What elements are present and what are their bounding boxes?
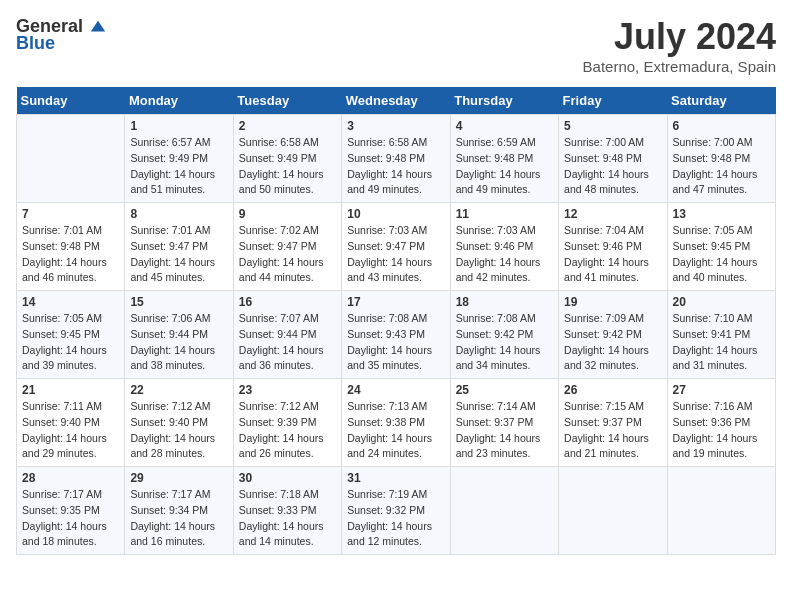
- calendar-cell: 3Sunrise: 6:58 AM Sunset: 9:48 PM Daylig…: [342, 115, 450, 203]
- calendar-cell: 31Sunrise: 7:19 AM Sunset: 9:32 PM Dayli…: [342, 467, 450, 555]
- day-number: 2: [239, 119, 336, 133]
- day-info: Sunrise: 6:58 AM Sunset: 9:49 PM Dayligh…: [239, 135, 336, 198]
- day-number: 6: [673, 119, 770, 133]
- day-info: Sunrise: 7:12 AM Sunset: 9:39 PM Dayligh…: [239, 399, 336, 462]
- day-number: 31: [347, 471, 444, 485]
- weekday-header: Sunday: [17, 87, 125, 115]
- calendar-cell: 28Sunrise: 7:17 AM Sunset: 9:35 PM Dayli…: [17, 467, 125, 555]
- day-number: 11: [456, 207, 553, 221]
- calendar-cell: [17, 115, 125, 203]
- calendar-cell: 4Sunrise: 6:59 AM Sunset: 9:48 PM Daylig…: [450, 115, 558, 203]
- day-info: Sunrise: 7:07 AM Sunset: 9:44 PM Dayligh…: [239, 311, 336, 374]
- day-info: Sunrise: 6:59 AM Sunset: 9:48 PM Dayligh…: [456, 135, 553, 198]
- title-block: July 2024 Baterno, Extremadura, Spain: [583, 16, 776, 75]
- day-number: 26: [564, 383, 661, 397]
- weekday-header: Friday: [559, 87, 667, 115]
- day-info: Sunrise: 7:08 AM Sunset: 9:42 PM Dayligh…: [456, 311, 553, 374]
- svg-marker-0: [90, 21, 104, 32]
- calendar-body: 1Sunrise: 6:57 AM Sunset: 9:49 PM Daylig…: [17, 115, 776, 555]
- calendar-week-row: 28Sunrise: 7:17 AM Sunset: 9:35 PM Dayli…: [17, 467, 776, 555]
- day-number: 24: [347, 383, 444, 397]
- page-header: General Blue July 2024 Baterno, Extremad…: [16, 16, 776, 75]
- day-info: Sunrise: 7:02 AM Sunset: 9:47 PM Dayligh…: [239, 223, 336, 286]
- day-number: 3: [347, 119, 444, 133]
- day-info: Sunrise: 7:11 AM Sunset: 9:40 PM Dayligh…: [22, 399, 119, 462]
- location-subtitle: Baterno, Extremadura, Spain: [583, 58, 776, 75]
- calendar-cell: 15Sunrise: 7:06 AM Sunset: 9:44 PM Dayli…: [125, 291, 233, 379]
- calendar-cell: 11Sunrise: 7:03 AM Sunset: 9:46 PM Dayli…: [450, 203, 558, 291]
- calendar-cell: 21Sunrise: 7:11 AM Sunset: 9:40 PM Dayli…: [17, 379, 125, 467]
- day-info: Sunrise: 6:58 AM Sunset: 9:48 PM Dayligh…: [347, 135, 444, 198]
- day-info: Sunrise: 7:03 AM Sunset: 9:46 PM Dayligh…: [456, 223, 553, 286]
- day-info: Sunrise: 7:00 AM Sunset: 9:48 PM Dayligh…: [564, 135, 661, 198]
- day-info: Sunrise: 7:09 AM Sunset: 9:42 PM Dayligh…: [564, 311, 661, 374]
- calendar-cell: 26Sunrise: 7:15 AM Sunset: 9:37 PM Dayli…: [559, 379, 667, 467]
- calendar-cell: 13Sunrise: 7:05 AM Sunset: 9:45 PM Dayli…: [667, 203, 775, 291]
- day-number: 9: [239, 207, 336, 221]
- calendar-cell: 27Sunrise: 7:16 AM Sunset: 9:36 PM Dayli…: [667, 379, 775, 467]
- day-number: 20: [673, 295, 770, 309]
- day-info: Sunrise: 7:05 AM Sunset: 9:45 PM Dayligh…: [22, 311, 119, 374]
- day-number: 18: [456, 295, 553, 309]
- calendar-cell: 18Sunrise: 7:08 AM Sunset: 9:42 PM Dayli…: [450, 291, 558, 379]
- day-info: Sunrise: 7:19 AM Sunset: 9:32 PM Dayligh…: [347, 487, 444, 550]
- calendar-cell: [559, 467, 667, 555]
- calendar-header: SundayMondayTuesdayWednesdayThursdayFrid…: [17, 87, 776, 115]
- day-info: Sunrise: 7:00 AM Sunset: 9:48 PM Dayligh…: [673, 135, 770, 198]
- calendar-cell: 30Sunrise: 7:18 AM Sunset: 9:33 PM Dayli…: [233, 467, 341, 555]
- calendar-cell: 14Sunrise: 7:05 AM Sunset: 9:45 PM Dayli…: [17, 291, 125, 379]
- day-info: Sunrise: 7:04 AM Sunset: 9:46 PM Dayligh…: [564, 223, 661, 286]
- logo-icon: [89, 19, 107, 37]
- day-info: Sunrise: 6:57 AM Sunset: 9:49 PM Dayligh…: [130, 135, 227, 198]
- day-info: Sunrise: 7:01 AM Sunset: 9:47 PM Dayligh…: [130, 223, 227, 286]
- day-number: 14: [22, 295, 119, 309]
- day-number: 17: [347, 295, 444, 309]
- day-info: Sunrise: 7:13 AM Sunset: 9:38 PM Dayligh…: [347, 399, 444, 462]
- day-number: 15: [130, 295, 227, 309]
- calendar-cell: 6Sunrise: 7:00 AM Sunset: 9:48 PM Daylig…: [667, 115, 775, 203]
- calendar-cell: 8Sunrise: 7:01 AM Sunset: 9:47 PM Daylig…: [125, 203, 233, 291]
- calendar-cell: 16Sunrise: 7:07 AM Sunset: 9:44 PM Dayli…: [233, 291, 341, 379]
- day-number: 16: [239, 295, 336, 309]
- calendar-cell: 1Sunrise: 6:57 AM Sunset: 9:49 PM Daylig…: [125, 115, 233, 203]
- weekday-header: Saturday: [667, 87, 775, 115]
- calendar-cell: 22Sunrise: 7:12 AM Sunset: 9:40 PM Dayli…: [125, 379, 233, 467]
- day-info: Sunrise: 7:17 AM Sunset: 9:34 PM Dayligh…: [130, 487, 227, 550]
- calendar-cell: 17Sunrise: 7:08 AM Sunset: 9:43 PM Dayli…: [342, 291, 450, 379]
- day-info: Sunrise: 7:12 AM Sunset: 9:40 PM Dayligh…: [130, 399, 227, 462]
- calendar-cell: [450, 467, 558, 555]
- calendar-cell: 12Sunrise: 7:04 AM Sunset: 9:46 PM Dayli…: [559, 203, 667, 291]
- day-info: Sunrise: 7:14 AM Sunset: 9:37 PM Dayligh…: [456, 399, 553, 462]
- day-info: Sunrise: 7:16 AM Sunset: 9:36 PM Dayligh…: [673, 399, 770, 462]
- day-number: 13: [673, 207, 770, 221]
- day-info: Sunrise: 7:15 AM Sunset: 9:37 PM Dayligh…: [564, 399, 661, 462]
- day-info: Sunrise: 7:06 AM Sunset: 9:44 PM Dayligh…: [130, 311, 227, 374]
- day-info: Sunrise: 7:08 AM Sunset: 9:43 PM Dayligh…: [347, 311, 444, 374]
- weekday-header: Wednesday: [342, 87, 450, 115]
- header-row: SundayMondayTuesdayWednesdayThursdayFrid…: [17, 87, 776, 115]
- calendar-cell: 5Sunrise: 7:00 AM Sunset: 9:48 PM Daylig…: [559, 115, 667, 203]
- calendar-cell: 2Sunrise: 6:58 AM Sunset: 9:49 PM Daylig…: [233, 115, 341, 203]
- weekday-header: Tuesday: [233, 87, 341, 115]
- day-number: 30: [239, 471, 336, 485]
- calendar-week-row: 1Sunrise: 6:57 AM Sunset: 9:49 PM Daylig…: [17, 115, 776, 203]
- logo-general-text: General Blue: [16, 16, 108, 54]
- day-number: 23: [239, 383, 336, 397]
- day-number: 19: [564, 295, 661, 309]
- day-info: Sunrise: 7:17 AM Sunset: 9:35 PM Dayligh…: [22, 487, 119, 550]
- day-info: Sunrise: 7:03 AM Sunset: 9:47 PM Dayligh…: [347, 223, 444, 286]
- day-number: 1: [130, 119, 227, 133]
- calendar-table: SundayMondayTuesdayWednesdayThursdayFrid…: [16, 87, 776, 555]
- day-number: 4: [456, 119, 553, 133]
- calendar-cell: 25Sunrise: 7:14 AM Sunset: 9:37 PM Dayli…: [450, 379, 558, 467]
- calendar-week-row: 21Sunrise: 7:11 AM Sunset: 9:40 PM Dayli…: [17, 379, 776, 467]
- day-info: Sunrise: 7:10 AM Sunset: 9:41 PM Dayligh…: [673, 311, 770, 374]
- calendar-cell: 23Sunrise: 7:12 AM Sunset: 9:39 PM Dayli…: [233, 379, 341, 467]
- calendar-cell: 10Sunrise: 7:03 AM Sunset: 9:47 PM Dayli…: [342, 203, 450, 291]
- calendar-week-row: 7Sunrise: 7:01 AM Sunset: 9:48 PM Daylig…: [17, 203, 776, 291]
- calendar-cell: 29Sunrise: 7:17 AM Sunset: 9:34 PM Dayli…: [125, 467, 233, 555]
- calendar-cell: [667, 467, 775, 555]
- calendar-week-row: 14Sunrise: 7:05 AM Sunset: 9:45 PM Dayli…: [17, 291, 776, 379]
- weekday-header: Thursday: [450, 87, 558, 115]
- day-info: Sunrise: 7:05 AM Sunset: 9:45 PM Dayligh…: [673, 223, 770, 286]
